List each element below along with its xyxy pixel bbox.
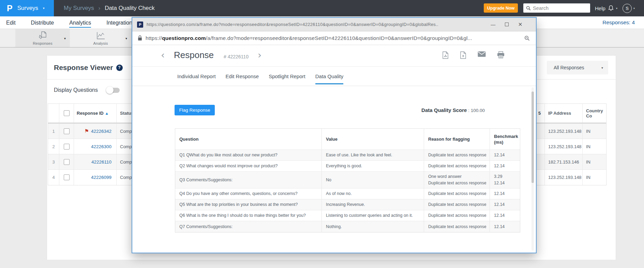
col-ip-address[interactable]: IP Address — [545, 104, 583, 123]
response-id-cell: 42226300 — [74, 139, 117, 154]
row-number: 1 — [48, 124, 59, 139]
row-checkbox[interactable] — [64, 144, 70, 150]
value-cell: Nothing. — [322, 221, 424, 232]
popup-addressbar[interactable]: https://questionpro.com/a/frame.do?mode=… — [132, 31, 536, 45]
popup-titlebar[interactable]: P https://questionpro.com/a/frame.do?mod… — [132, 18, 536, 31]
help-link[interactable]: Help — [595, 0, 605, 16]
next-response-button[interactable]: › — [258, 49, 261, 61]
reason-cell: Duplicate text across responses — [424, 199, 490, 210]
display-questions-row: Display Questions — [54, 87, 120, 93]
country-cell: IN — [583, 154, 607, 169]
question-cell: Q4 Do you have any other comments, quest… — [175, 188, 322, 199]
toolbar-tab-label: Analysis — [93, 41, 108, 45]
row-checkbox[interactable] — [64, 128, 70, 134]
maximize-button[interactable] — [505, 23, 509, 26]
response-id-link[interactable]: 42226342 — [91, 129, 111, 134]
zoom-icon[interactable] — [524, 36, 530, 41]
sort-asc-icon: ▲ — [106, 112, 108, 115]
score-label: Data Quality Score — [421, 107, 467, 113]
export-pdf-icon[interactable] — [442, 51, 449, 59]
col-response-id[interactable]: Response ID ▲ — [74, 104, 117, 123]
questionpro-logo-icon: P — [7, 3, 13, 13]
response-filter-dropdown[interactable]: All Responses ▾ — [547, 61, 608, 74]
value-cell: No — [322, 172, 424, 188]
ip-cell: 123.252.193.148 — [545, 124, 583, 139]
notifications-menu[interactable]: ▾ — [608, 0, 617, 16]
select-all-checkbox[interactable] — [64, 110, 70, 116]
dq-row: Q5 What are the top priorities in your b… — [175, 199, 520, 210]
col-country-code[interactable]: Country Co — [583, 104, 607, 123]
upgrade-now-button[interactable]: Upgrade Now — [484, 3, 518, 13]
tab-edit-response[interactable]: Edit Response — [226, 67, 259, 86]
tab-data-quality[interactable]: Data Quality — [315, 67, 344, 86]
country-cell: IN — [583, 139, 607, 154]
benchmark-cell: 3.2912.14 — [490, 172, 520, 188]
filter-selected-value: All Responses — [554, 65, 601, 70]
reason-cell: Duplicate text across responses — [424, 221, 490, 232]
previous-response-button[interactable]: ‹ — [161, 49, 165, 61]
reason-cell: Duplicate text across responses — [424, 161, 490, 171]
chevron-down-icon[interactable]: ▾ — [125, 37, 127, 40]
breadcrumb-my-surveys[interactable]: My Surveys — [64, 5, 94, 12]
url-path: /a/frame.do?mode=responseeditor&response… — [206, 35, 472, 41]
display-questions-toggle[interactable] — [107, 88, 120, 93]
chevron-down-icon: ▾ — [633, 7, 635, 10]
benchmark-cell: 12.14 — [490, 161, 520, 171]
address-url[interactable]: https://questionpro.com/a/frame.do?mode=… — [146, 35, 521, 41]
row-checkbox[interactable] — [64, 159, 70, 165]
benchmark-cell: 12.14 — [490, 210, 520, 221]
col-reason: Reason for flagging — [424, 129, 490, 150]
select-all-cell — [59, 104, 74, 123]
nav-item-edit[interactable]: Edit — [6, 18, 16, 28]
svg-text:x: x — [462, 54, 464, 58]
nav-item-distribute[interactable]: Distribute — [31, 18, 54, 28]
country-cell: IN — [583, 124, 607, 139]
chevron-down-icon[interactable]: ▾ — [64, 37, 66, 40]
response-id-link[interactable]: 42226099 — [91, 175, 111, 180]
toolbar-tab-analysis[interactable]: Analysis ▾ — [70, 29, 131, 47]
row-number: 3 — [48, 154, 59, 169]
row-checkbox[interactable] — [64, 174, 70, 180]
minimize-button[interactable]: — — [491, 22, 495, 27]
help-tooltip-icon[interactable]: ? — [116, 65, 123, 71]
row-select-cell — [59, 139, 74, 154]
reason-cell: Duplicate text across responses — [424, 188, 490, 199]
response-editor-popup: P https://questionpro.com/a/frame.do?mod… — [132, 17, 537, 253]
question-cell: Q7 Comments/Suggestions: — [175, 221, 322, 232]
row-select-cell — [59, 170, 74, 185]
scrollbar-thumb[interactable] — [531, 91, 534, 183]
account-menu[interactable]: S ▾ — [623, 0, 635, 16]
print-icon[interactable] — [497, 51, 505, 59]
tab-individual-report[interactable]: Individual Report — [177, 67, 216, 86]
response-id-link[interactable]: 42226110 — [91, 159, 111, 165]
toggle-knob — [106, 86, 114, 94]
export-excel-icon[interactable]: x — [460, 51, 466, 59]
dq-row: Q6 What is the one thing I should do to … — [175, 210, 520, 221]
dq-row: Q4 Do you have any other comments, quest… — [175, 188, 520, 199]
tab-spotlight-report[interactable]: Spotlight Report — [269, 67, 305, 86]
response-id-link[interactable]: 42226300 — [91, 144, 111, 149]
dq-table-header: Question Value Reason for flagging Bench… — [175, 129, 520, 150]
search-icon — [526, 6, 531, 11]
global-search[interactable] — [523, 3, 590, 13]
export-actions: x — [442, 51, 505, 59]
flag-response-button[interactable]: Flag Response — [175, 105, 215, 115]
product-switcher[interactable]: P Surveys ▾ — [0, 0, 54, 16]
email-icon[interactable] — [478, 51, 486, 59]
nav-item-integration[interactable]: Integration — [106, 18, 132, 28]
ip-cell: 123.252.193.148 — [545, 170, 583, 185]
data-quality-table: Question Value Reason for flagging Bench… — [175, 128, 520, 232]
row-number-header — [48, 104, 59, 123]
search-input[interactable] — [533, 5, 597, 11]
close-button[interactable]: × — [518, 20, 522, 28]
toolbar-tab-responses[interactable]: Responses ▾ — [15, 29, 70, 47]
row-number: 2 — [48, 139, 59, 154]
chevron-down-icon: ▾ — [601, 66, 603, 70]
maximize-icon — [505, 23, 509, 26]
scrollbar-track[interactable] — [531, 87, 534, 251]
question-cell: Q2 What changes would most improve our p… — [175, 161, 322, 171]
reason-cell: Duplicate text across responses — [424, 150, 490, 160]
response-title: Response — [174, 50, 214, 60]
benchmark-cell: 12.14 — [490, 188, 520, 199]
nav-item-analytics[interactable]: Analytics — [69, 18, 91, 28]
